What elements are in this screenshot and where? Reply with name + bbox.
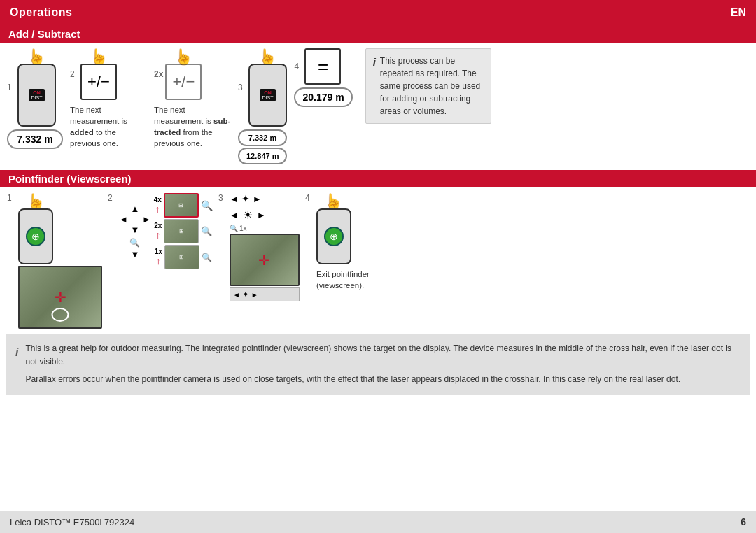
arrow-down-2: ▼ [130, 249, 139, 260]
nav-right: ► [251, 291, 258, 299]
zoom-4x-arrows: 4x ↑ [154, 196, 162, 215]
sun-icon: ✦ [241, 193, 250, 204]
header-bar: Operations EN [0, 0, 756, 25]
on-dist-btn-1: ONDIST [29, 89, 46, 101]
minus-symbol: +/− [172, 73, 195, 91]
thumb-4x: ⊞ [164, 193, 199, 218]
arrow-right-3: ► [253, 194, 262, 204]
info-box-inner: i This process can be repeated as requir… [373, 55, 484, 118]
nav-sun: ✦ [242, 290, 249, 299]
pf-nav-control: ◄ ☀ ► [230, 208, 266, 222]
pf-exit-desc: Exit pointfinder (viewscreen). [316, 269, 393, 291]
thumb-2x-content: ⊞ [179, 228, 184, 234]
device-1: ONDIST [18, 64, 56, 127]
footer-bar: Leica DISTO™ E7500i 792324 6 [0, 511, 756, 533]
measurement-1: 7.332 m [7, 129, 63, 149]
viewscreen-3: ✛ [230, 234, 300, 286]
step-3-header: 3 ☝ ONDIST [238, 48, 287, 127]
step-2-desc: The next measurement is added to the pre… [70, 104, 147, 149]
measurement-3a: 7.332 m [238, 129, 287, 146]
info-icon-as: i [373, 55, 376, 71]
pf-nav-cross-2: ▲ ◄ ► ▼ 🔍 ▼ [119, 204, 151, 260]
pf-device-4: ☝ ⊕ [316, 193, 351, 264]
zoom-2x-label: 2x [154, 222, 162, 229]
pf-step-1: 1 ☝ ⊕ 🔍 1x ✛ [7, 193, 102, 325]
pf-step-3-content: ◄ ✦ ► ◄ ☀ ► 🔍 1x ✛ [230, 193, 300, 301]
step-3: 3 ☝ ONDIST 7.332 m 12.847 m [238, 48, 287, 164]
pf-viewscreen-3: 🔍 1x ✛ ◄ ✦ ► [230, 225, 300, 301]
zoom-2x-row: 2x ↑ ⊞ 🔍 [154, 219, 212, 243]
add-subtract-info: i This process can be repeated as requir… [365, 48, 491, 124]
step-3-measurements: 7.332 m 12.847 m [238, 129, 287, 164]
magnify-4x: 🔍 [201, 200, 213, 211]
step-2-device: ☝ +/− [80, 48, 117, 100]
footer-product: Leica DISTO™ E7500i 792324 [10, 517, 134, 527]
zoom-icon-3: 🔍 [230, 225, 238, 232]
sun-ctrl: ☀ [243, 208, 253, 222]
plus-btn: +/− [80, 64, 117, 100]
crosshair-3: ✛ [258, 252, 270, 269]
arrow-left-ctrl: ◄ [230, 210, 239, 220]
bottom-info-para1: This is a great help for outdoor measuri… [25, 342, 741, 369]
target-circle [52, 308, 69, 322]
step-4: 4 = 20.179 m [294, 48, 352, 107]
camera-symbol-4: ⊕ [330, 231, 338, 242]
step-1-number: 1 [7, 83, 15, 92]
arrow-left-3: ◄ [230, 194, 239, 204]
pf-step-4-content: ☝ ⊕ Exit pointfinder (viewscreen). [316, 193, 393, 291]
add-subtract-steps: 1 ☝ ONDIST 7.332 m 2 ☝ + [7, 48, 749, 164]
thumb-1x: ⊞ [164, 245, 200, 269]
zoom-1x-label: 1x [155, 248, 162, 255]
pf-step-2-number: 2 [108, 193, 116, 203]
cross-h: ◄ ► [119, 214, 151, 225]
bottom-info-para2: Parallax errors occur when the pointfind… [25, 373, 741, 386]
thumb-2x: ⊞ [164, 219, 199, 243]
add-subtract-title: Add / Subtract [0, 25, 756, 43]
zoom-4x-arrow-up: ↑ [155, 204, 160, 215]
info-icon-pf: i [15, 343, 18, 362]
zoom-strip: 4x ↑ ⊞ 🔍 2x ↑ ⊞ [154, 193, 213, 269]
zoom-1x-arrow-up: ↑ [156, 255, 161, 266]
viewscreen-1: ✛ [18, 266, 102, 329]
minus-btn: +/− [165, 64, 202, 100]
pointfinder-title: Pointfinder (Viewscreen) [0, 170, 756, 187]
step-1-device: ☝ ONDIST [18, 48, 56, 127]
step-3-device: ☝ ONDIST [248, 48, 287, 127]
camera-symbol: ⊕ [31, 231, 40, 242]
pf-device-1: ☝ ⊕ [18, 193, 53, 264]
crosshair-1: ✛ [55, 289, 66, 306]
step-1-header: 1 ☝ ONDIST [7, 48, 56, 127]
pointfinder-steps-row: 1 ☝ ⊕ 🔍 1x ✛ [7, 193, 749, 325]
equals-symbol: = [318, 56, 328, 78]
step-2x-device: ☝ +/− [165, 48, 202, 100]
zoom-2x-arrows: 2x ↑ [154, 222, 162, 241]
magnify-icon-down: 🔍 [130, 238, 140, 248]
equals-btn: = [304, 48, 341, 85]
on-dist-btn-3: ONDIST [260, 89, 276, 101]
step-4-number: 4 [294, 62, 302, 71]
step-1: 1 ☝ ONDIST 7.332 m [7, 48, 63, 149]
arrow-down: ▼ [130, 225, 139, 235]
page-title: Operations [10, 6, 72, 19]
footer-page: 6 [741, 516, 746, 527]
step-2x-desc: The next measurement is sub-tracted from… [154, 104, 231, 149]
step-2x: 2x ☝ +/− The next measurement is sub-tra… [154, 48, 231, 149]
magnify-2x: 🔍 [201, 226, 212, 236]
pf-step-1-number: 1 [7, 193, 15, 203]
pf-step-3-number: 3 [218, 193, 227, 203]
pf-step-4: 4 ☝ ⊕ Exit pointfinder (viewscreen). [305, 193, 393, 291]
zoom-1x-arrows: 1x ↑ [155, 248, 162, 266]
thumb-4x-content: ⊞ [178, 202, 183, 208]
measurement-result: 20.179 m [294, 87, 352, 107]
bottom-info-box: i This is a great help for outdoor measu… [6, 334, 750, 395]
pf-small-device-4: ⊕ [316, 208, 351, 264]
step-4-header: 4 = [294, 48, 341, 85]
pf-step-4-number: 4 [305, 193, 314, 203]
pf-step-1-content: ☝ ⊕ 🔍 1x ✛ [18, 193, 102, 325]
pf-viewscreen-1: 🔍 1x ✛ [18, 266, 102, 325]
pf-nav-brightness: ◄ ✦ ► [230, 193, 262, 204]
zoom-2x-arrow-up: ↑ [155, 229, 160, 241]
arrow-left: ◄ [119, 214, 128, 225]
bottom-nav-bar: ◄ ✦ ► [230, 287, 300, 301]
arrow-right: ► [142, 214, 151, 225]
